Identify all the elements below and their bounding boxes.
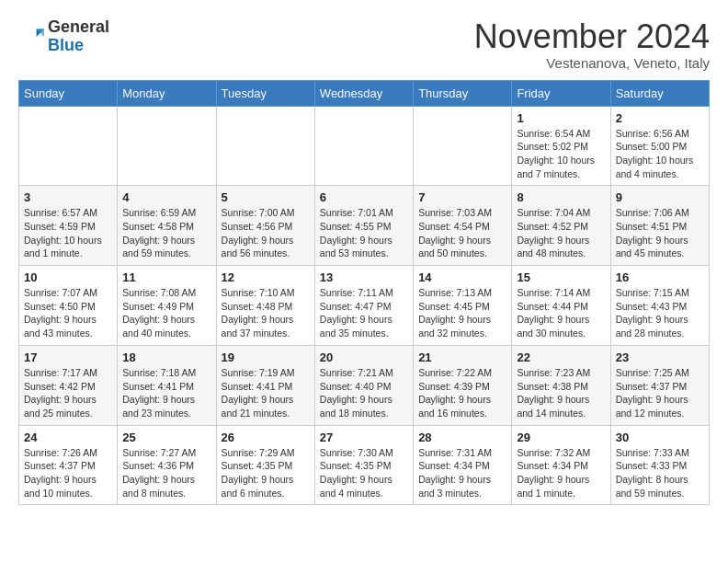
day-info: Sunrise: 7:23 AM Sunset: 4:38 PM Dayligh… [517, 366, 605, 420]
day-info: Sunrise: 7:04 AM Sunset: 4:52 PM Dayligh… [517, 206, 605, 260]
day-number: 15 [517, 270, 605, 284]
month-title: November 2024 [474, 18, 710, 55]
day-number: 25 [122, 431, 210, 444]
header-cell-tuesday: Tuesday [216, 80, 314, 106]
day-info: Sunrise: 6:57 AM Sunset: 4:59 PM Dayligh… [24, 206, 112, 260]
day-cell: 14Sunrise: 7:13 AM Sunset: 4:45 PM Dayli… [414, 266, 512, 346]
calendar-body: 1Sunrise: 6:54 AM Sunset: 5:02 PM Daylig… [19, 106, 710, 505]
week-row-0: 1Sunrise: 6:54 AM Sunset: 5:02 PM Daylig… [19, 106, 710, 186]
day-cell: 26Sunrise: 7:29 AM Sunset: 4:35 PM Dayli… [216, 425, 314, 505]
day-number: 19 [222, 350, 310, 364]
week-row-4: 24Sunrise: 7:26 AM Sunset: 4:37 PM Dayli… [19, 425, 710, 505]
day-info: Sunrise: 7:06 AM Sunset: 4:51 PM Dayligh… [616, 206, 704, 260]
day-number: 26 [222, 431, 310, 444]
day-cell: 18Sunrise: 7:18 AM Sunset: 4:41 PM Dayli… [118, 345, 216, 425]
title-area: November 2024 Vestenanova, Veneto, Italy [474, 18, 710, 71]
day-cell: 7Sunrise: 7:03 AM Sunset: 4:54 PM Daylig… [414, 186, 512, 266]
day-number: 30 [616, 431, 704, 444]
day-info: Sunrise: 7:21 AM Sunset: 4:40 PM Dayligh… [320, 366, 408, 420]
day-cell [118, 106, 216, 186]
day-info: Sunrise: 7:19 AM Sunset: 4:41 PM Dayligh… [222, 366, 310, 420]
day-cell: 17Sunrise: 7:17 AM Sunset: 4:42 PM Dayli… [19, 345, 118, 425]
day-cell: 30Sunrise: 7:33 AM Sunset: 4:33 PM Dayli… [610, 425, 709, 505]
day-cell: 25Sunrise: 7:27 AM Sunset: 4:36 PM Dayli… [118, 425, 216, 505]
logo-blue: Blue [48, 36, 84, 54]
day-number: 11 [122, 270, 210, 284]
day-cell [19, 106, 118, 186]
day-cell: 2Sunrise: 6:56 AM Sunset: 5:00 PM Daylig… [610, 106, 709, 186]
day-info: Sunrise: 7:22 AM Sunset: 4:39 PM Dayligh… [418, 366, 506, 420]
day-info: Sunrise: 7:26 AM Sunset: 4:37 PM Dayligh… [24, 446, 112, 500]
day-cell: 15Sunrise: 7:14 AM Sunset: 4:44 PM Dayli… [512, 266, 610, 346]
week-row-3: 17Sunrise: 7:17 AM Sunset: 4:42 PM Dayli… [19, 345, 710, 425]
logo-text: General Blue [48, 18, 109, 55]
day-info: Sunrise: 7:33 AM Sunset: 4:33 PM Dayligh… [616, 446, 704, 500]
day-number: 12 [222, 270, 310, 284]
day-info: Sunrise: 6:54 AM Sunset: 5:02 PM Dayligh… [517, 127, 605, 181]
day-info: Sunrise: 7:32 AM Sunset: 4:34 PM Dayligh… [517, 446, 605, 500]
day-number: 21 [418, 350, 506, 364]
day-info: Sunrise: 7:10 AM Sunset: 4:48 PM Dayligh… [222, 286, 310, 340]
day-cell: 4Sunrise: 6:59 AM Sunset: 4:58 PM Daylig… [118, 186, 216, 266]
day-info: Sunrise: 7:00 AM Sunset: 4:56 PM Dayligh… [222, 206, 310, 260]
day-info: Sunrise: 7:13 AM Sunset: 4:45 PM Dayligh… [418, 286, 506, 340]
day-cell: 1Sunrise: 6:54 AM Sunset: 5:02 PM Daylig… [512, 106, 610, 186]
day-cell: 3Sunrise: 6:57 AM Sunset: 4:59 PM Daylig… [19, 186, 118, 266]
day-info: Sunrise: 7:25 AM Sunset: 4:37 PM Dayligh… [616, 366, 704, 420]
day-number: 4 [122, 190, 210, 204]
day-info: Sunrise: 7:08 AM Sunset: 4:49 PM Dayligh… [122, 286, 210, 340]
day-cell: 28Sunrise: 7:31 AM Sunset: 4:34 PM Dayli… [414, 425, 512, 505]
header-cell-sunday: Sunday [19, 80, 118, 106]
day-info: Sunrise: 7:31 AM Sunset: 4:34 PM Dayligh… [418, 446, 506, 500]
day-cell: 9Sunrise: 7:06 AM Sunset: 4:51 PM Daylig… [610, 186, 709, 266]
day-cell: 21Sunrise: 7:22 AM Sunset: 4:39 PM Dayli… [414, 345, 512, 425]
week-row-2: 10Sunrise: 7:07 AM Sunset: 4:50 PM Dayli… [19, 266, 710, 346]
day-number: 23 [616, 350, 704, 364]
header-cell-monday: Monday [118, 80, 216, 106]
day-info: Sunrise: 7:14 AM Sunset: 4:44 PM Dayligh… [517, 286, 605, 340]
day-info: Sunrise: 7:01 AM Sunset: 4:55 PM Dayligh… [320, 206, 408, 260]
day-number: 5 [222, 190, 310, 204]
day-number: 7 [418, 190, 506, 204]
day-number: 18 [122, 350, 210, 364]
day-cell: 10Sunrise: 7:07 AM Sunset: 4:50 PM Dayli… [19, 266, 118, 346]
day-cell: 16Sunrise: 7:15 AM Sunset: 4:43 PM Dayli… [610, 266, 709, 346]
day-info: Sunrise: 6:56 AM Sunset: 5:00 PM Dayligh… [616, 127, 704, 181]
logo: General Blue [18, 18, 109, 55]
day-cell [314, 106, 413, 186]
day-number: 6 [320, 190, 408, 204]
day-info: Sunrise: 7:07 AM Sunset: 4:50 PM Dayligh… [24, 286, 112, 340]
day-info: Sunrise: 7:03 AM Sunset: 4:54 PM Dayligh… [418, 206, 506, 260]
calendar-table: SundayMondayTuesdayWednesdayThursdayFrid… [18, 80, 710, 506]
day-info: Sunrise: 6:59 AM Sunset: 4:58 PM Dayligh… [122, 206, 210, 260]
day-cell [414, 106, 512, 186]
day-info: Sunrise: 7:15 AM Sunset: 4:43 PM Dayligh… [616, 286, 704, 340]
day-number: 22 [517, 350, 605, 364]
day-number: 8 [517, 190, 605, 204]
day-cell: 5Sunrise: 7:00 AM Sunset: 4:56 PM Daylig… [216, 186, 314, 266]
day-number: 9 [616, 190, 704, 204]
day-number: 3 [24, 190, 112, 204]
day-number: 29 [517, 431, 605, 444]
header: General Blue November 2024 Vestenanova, … [18, 18, 710, 71]
day-cell: 6Sunrise: 7:01 AM Sunset: 4:55 PM Daylig… [314, 186, 413, 266]
week-row-1: 3Sunrise: 6:57 AM Sunset: 4:59 PM Daylig… [19, 186, 710, 266]
day-number: 27 [320, 431, 408, 444]
day-number: 13 [320, 270, 408, 284]
day-cell: 27Sunrise: 7:30 AM Sunset: 4:35 PM Dayli… [314, 425, 413, 505]
day-cell: 13Sunrise: 7:11 AM Sunset: 4:47 PM Dayli… [314, 266, 413, 346]
day-cell: 19Sunrise: 7:19 AM Sunset: 4:41 PM Dayli… [216, 345, 314, 425]
day-info: Sunrise: 7:30 AM Sunset: 4:35 PM Dayligh… [320, 446, 408, 500]
day-cell: 8Sunrise: 7:04 AM Sunset: 4:52 PM Daylig… [512, 186, 610, 266]
day-number: 14 [418, 270, 506, 284]
day-info: Sunrise: 7:11 AM Sunset: 4:47 PM Dayligh… [320, 286, 408, 340]
day-number: 1 [517, 111, 605, 125]
day-info: Sunrise: 7:18 AM Sunset: 4:41 PM Dayligh… [122, 366, 210, 420]
day-cell: 12Sunrise: 7:10 AM Sunset: 4:48 PM Dayli… [216, 266, 314, 346]
header-cell-saturday: Saturday [610, 80, 709, 106]
day-number: 20 [320, 350, 408, 364]
day-cell: 11Sunrise: 7:08 AM Sunset: 4:49 PM Dayli… [118, 266, 216, 346]
day-cell: 24Sunrise: 7:26 AM Sunset: 4:37 PM Dayli… [19, 425, 118, 505]
day-number: 24 [24, 431, 112, 444]
logo-general: General [48, 17, 109, 36]
